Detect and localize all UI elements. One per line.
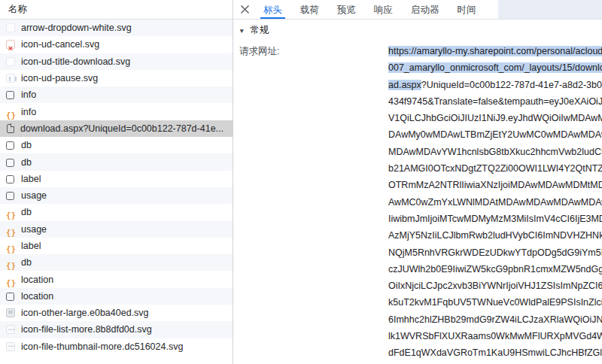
request-name: icon-ud-cancel.svg bbox=[21, 39, 99, 50]
pause-icon bbox=[6, 74, 15, 83]
network-request-row[interactable]: usage bbox=[0, 187, 233, 204]
request-name: usage bbox=[21, 190, 47, 201]
json-braces-icon bbox=[6, 241, 15, 250]
general-section-header[interactable]: ▼ 常规 bbox=[233, 20, 602, 41]
request-name: info bbox=[21, 107, 36, 117]
network-request-row[interactable]: db bbox=[0, 153, 233, 170]
network-request-row[interactable]: label bbox=[0, 171, 233, 187]
network-request-row[interactable]: icon-other-large.e0ba40ed.svg bbox=[0, 305, 233, 321]
file-square-icon bbox=[6, 175, 14, 184]
network-request-row[interactable]: arrow-dropdown-white.svg bbox=[0, 20, 233, 36]
tab-载荷[interactable]: 载荷 bbox=[300, 0, 319, 19]
network-request-row[interactable]: info bbox=[0, 103, 233, 120]
tab-响应[interactable]: 响应 bbox=[374, 0, 393, 19]
close-icon bbox=[240, 5, 250, 14]
network-request-row[interactable]: icon-ud-cancel.svg bbox=[0, 36, 233, 53]
request-name: info bbox=[21, 89, 36, 100]
document-icon bbox=[7, 124, 14, 134]
request-name: db bbox=[21, 140, 32, 150]
json-braces-icon bbox=[6, 258, 15, 267]
request-name: icon-ud-pause.svg bbox=[21, 73, 98, 83]
network-request-row[interactable]: db bbox=[0, 137, 233, 153]
network-request-row[interactable]: location bbox=[0, 271, 233, 287]
json-braces-icon bbox=[6, 108, 15, 117]
network-request-row[interactable]: icon-file-thumbnail-more.dc516024.svg bbox=[0, 338, 233, 355]
tab-预览[interactable]: 预览 bbox=[337, 0, 356, 19]
request-name: label bbox=[21, 241, 41, 251]
name-column-header[interactable]: 名称 bbox=[0, 0, 233, 20]
request-url-rest-text: ?UniqueId=0c00b122-787d-41e7-a8d2-3b0943… bbox=[388, 80, 602, 364]
json-braces-icon bbox=[6, 275, 15, 284]
request-name: icon-ud-title-download.svg bbox=[21, 56, 130, 67]
tab-启动器[interactable]: 启动器 bbox=[411, 0, 439, 19]
close-details-button[interactable] bbox=[240, 0, 257, 19]
request-list: arrow-dropdown-white.svgicon-ud-cancel.s… bbox=[0, 20, 233, 355]
network-request-row[interactable]: label bbox=[0, 238, 233, 254]
request-name: db bbox=[21, 207, 32, 217]
image-pale-icon bbox=[6, 57, 15, 66]
request-name: icon-file-thumbnail-more.dc516024.svg bbox=[21, 341, 183, 352]
image-dots-icon bbox=[6, 325, 15, 334]
name-column-label: 名称 bbox=[8, 4, 27, 14]
file-square-icon bbox=[6, 141, 14, 150]
tab-时间[interactable]: 时间 bbox=[458, 0, 476, 19]
request-name: location bbox=[21, 291, 53, 302]
network-request-row[interactable]: location bbox=[0, 288, 233, 305]
request-url-row: 请求网址: https://amaryllo-my.sharepoint.com… bbox=[233, 41, 602, 364]
network-request-row[interactable]: usage bbox=[0, 221, 233, 238]
json-braces-icon bbox=[6, 208, 15, 217]
json-braces-icon bbox=[6, 225, 15, 234]
request-name: label bbox=[21, 174, 41, 184]
network-request-row[interactable]: download.aspx?UniqueId=0c00b122-787d-41e… bbox=[0, 120, 233, 137]
collapse-triangle-icon: ▼ bbox=[239, 27, 245, 35]
request-name: arrow-dropdown-white.svg bbox=[21, 23, 132, 33]
toolbar-empty-area bbox=[498, 0, 602, 19]
file-square-icon bbox=[6, 159, 14, 167]
request-name: icon-file-list-more.8b8dfd0d.svg bbox=[21, 324, 152, 335]
network-request-row[interactable]: icon-file-list-more.8b8dfd0d.svg bbox=[0, 321, 233, 338]
image-dots-icon bbox=[6, 342, 15, 351]
image-pale-icon bbox=[6, 23, 15, 32]
request-url-value[interactable]: https://amaryllo-my.sharepoint.com/perso… bbox=[388, 43, 602, 364]
request-name: icon-other-large.e0ba40ed.svg bbox=[21, 308, 149, 318]
network-request-row[interactable]: db bbox=[0, 254, 233, 271]
network-request-row[interactable]: db bbox=[0, 204, 233, 220]
cancel-icon bbox=[6, 40, 15, 49]
details-tab-bar: 标头载荷预览响应启动器时间 bbox=[233, 0, 602, 20]
request-name: usage bbox=[21, 224, 47, 235]
network-request-row[interactable]: icon-ud-title-download.svg bbox=[0, 53, 233, 70]
request-name: db bbox=[21, 157, 32, 168]
request-list-panel: 名称 arrow-dropdown-white.svgicon-ud-cance… bbox=[0, 0, 233, 364]
general-section-title: 常规 bbox=[250, 24, 269, 37]
tabs-container: 标头载荷预览响应启动器时间 bbox=[263, 0, 494, 19]
request-name: db bbox=[21, 257, 32, 268]
request-name: location bbox=[21, 275, 53, 285]
file-square-icon bbox=[6, 192, 14, 200]
file-square-icon bbox=[6, 91, 14, 99]
request-name: download.aspx?UniqueId=0c00b122-787d-41e… bbox=[20, 123, 223, 134]
request-details-pane: 标头载荷预览响应启动器时间 ▼ 常规 请求网址: https://amaryll… bbox=[233, 0, 602, 364]
file-square-icon bbox=[6, 293, 14, 301]
image-gray-icon bbox=[6, 308, 15, 317]
tab-标头[interactable]: 标头 bbox=[263, 0, 282, 19]
request-url-label: 请求网址: bbox=[239, 43, 279, 59]
network-request-row[interactable]: icon-ud-pause.svg bbox=[0, 70, 233, 86]
devtools-network-panel: 名称 arrow-dropdown-white.svgicon-ud-cance… bbox=[0, 0, 602, 364]
network-request-row[interactable]: info bbox=[0, 86, 233, 103]
